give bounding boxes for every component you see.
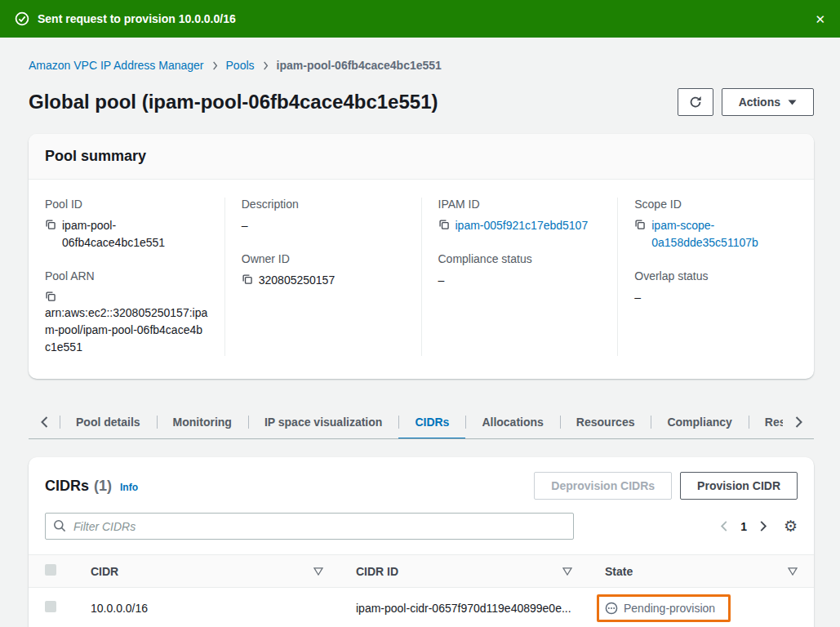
close-icon[interactable]: ✕	[815, 13, 825, 25]
copy-icon[interactable]	[438, 219, 450, 234]
copy-icon[interactable]	[634, 219, 646, 251]
banner-message: Sent request to provision 10.0.0.0/16	[38, 12, 807, 25]
tab-bar: Pool details Monitoring IP space visuali…	[29, 405, 814, 439]
pagination-previous-icon[interactable]	[720, 521, 728, 531]
copy-icon[interactable]	[45, 291, 208, 302]
column-filter-icon[interactable]	[562, 567, 572, 576]
caret-down-icon	[788, 100, 797, 105]
tabs-scroll-right-icon[interactable]	[783, 405, 814, 438]
refresh-icon	[689, 96, 702, 109]
tab-allocations[interactable]: Allocations	[465, 405, 559, 438]
tab-resources[interactable]: Resources	[560, 405, 651, 438]
pool-summary-title: Pool summary	[45, 148, 798, 165]
pool-id-label: Pool ID	[45, 198, 208, 211]
pool-arn-value: arn:aws:ec2::320805250157:ipam-pool/ipam…	[45, 305, 208, 356]
cidrs-card: CIDRs (1) Info Deprovision CIDRs Provisi…	[29, 457, 814, 627]
compliance-status-value: –	[438, 272, 445, 289]
cidrs-count: (1)	[94, 478, 112, 495]
tab-cidrs[interactable]: CIDRs	[398, 405, 465, 438]
annotation-highlight: Pending-provision	[597, 594, 731, 622]
ipam-id-link[interactable]: ipam-005f921c17ebd5107	[456, 217, 589, 234]
column-header-cidr: CIDR	[91, 565, 118, 578]
pool-summary-card: Pool summary Pool ID ipam-pool-06fb4cace…	[29, 134, 814, 379]
breadcrumb-current: ipam-pool-06fb4cace4bc1e551	[277, 59, 442, 72]
breadcrumb-separator-icon	[211, 61, 219, 70]
settings-gear-icon[interactable]: ⚙	[784, 518, 798, 534]
column-filter-icon[interactable]	[788, 567, 798, 576]
scope-id-link[interactable]: ipam-scope-0a158dde35c51107b	[651, 217, 798, 251]
tab-ip-space-visualization[interactable]: IP space visualization	[248, 405, 398, 438]
deprovision-cidrs-button[interactable]: Deprovision CIDRs	[534, 472, 672, 500]
compliance-status-label: Compliance status	[438, 252, 602, 265]
pagination-next-icon[interactable]	[759, 521, 767, 531]
copy-icon[interactable]	[242, 273, 253, 289]
state-text: Pending-provision	[624, 602, 715, 615]
description-value: –	[242, 217, 248, 234]
copy-icon[interactable]	[45, 219, 56, 251]
info-link[interactable]: Info	[120, 482, 138, 493]
column-header-state: State	[605, 565, 633, 578]
actions-button[interactable]: Actions	[722, 88, 814, 116]
tabs-scroll-left-icon[interactable]	[29, 405, 60, 438]
pool-arn-label: Pool ARN	[45, 269, 208, 282]
provision-cidr-button[interactable]: Provision CIDR	[680, 472, 798, 500]
success-check-icon	[15, 11, 29, 26]
row-checkbox[interactable]	[45, 601, 56, 612]
tab-monitoring[interactable]: Monitoring	[157, 405, 248, 438]
pending-status-icon	[605, 602, 618, 615]
refresh-button[interactable]	[678, 88, 713, 116]
breadcrumb-separator-icon	[262, 61, 269, 70]
search-icon	[53, 519, 66, 532]
pagination-current-page[interactable]: 1	[740, 520, 747, 533]
overlap-status-label: Overlap status	[634, 269, 798, 282]
flash-banner: Sent request to provision 10.0.0.0/16 ✕	[0, 0, 840, 38]
column-filter-icon[interactable]	[313, 567, 323, 576]
breadcrumb-link-pools[interactable]: Pools	[226, 59, 255, 72]
cidr-id-cell: ipam-pool-cidr-0657f970d119e40899e0e...	[340, 588, 589, 627]
pagination: 1 ⚙	[720, 518, 798, 534]
pool-summary-body: Pool ID ipam-pool-06fb4cace4bc1e551 Pool…	[29, 180, 814, 379]
select-all-checkbox[interactable]	[45, 564, 56, 576]
breadcrumb-link-ipam[interactable]: Amazon VPC IP Address Manager	[29, 59, 204, 72]
state-cell: Pending-provision	[589, 588, 814, 627]
pool-summary-header: Pool summary	[29, 134, 814, 180]
page-title: Global pool (ipam-pool-06fb4cace4bc1e551…	[29, 91, 438, 113]
cidrs-title: CIDRs	[45, 478, 89, 495]
description-label: Description	[242, 198, 405, 211]
tab-pool-details[interactable]: Pool details	[60, 405, 157, 438]
breadcrumb: Amazon VPC IP Address Manager Pools ipam…	[29, 38, 814, 72]
pool-id-value: ipam-pool-06fb4cace4bc1e551	[62, 217, 208, 251]
owner-id-value: 320805250157	[259, 272, 335, 289]
tab-resource-truncated[interactable]: Reso	[749, 405, 783, 438]
table-row: 10.0.0.0/16 ipam-pool-cidr-0657f970d119e…	[29, 588, 814, 627]
ipam-id-label: IPAM ID	[438, 198, 602, 211]
tab-compliancy[interactable]: Compliancy	[651, 405, 748, 438]
cidr-cell: 10.0.0.0/16	[74, 588, 340, 627]
actions-button-label: Actions	[739, 96, 780, 109]
scope-id-label: Scope ID	[634, 198, 798, 211]
column-header-cidr-id: CIDR ID	[356, 565, 398, 578]
filter-input[interactable]	[45, 513, 574, 540]
owner-id-label: Owner ID	[242, 252, 405, 265]
overlap-status-value: –	[634, 289, 641, 306]
cidrs-table: CIDR CIDR ID	[29, 554, 814, 627]
